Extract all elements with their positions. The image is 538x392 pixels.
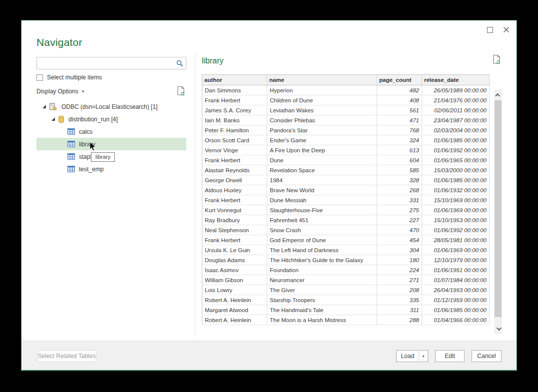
table-cell: Slaughterhouse-Five: [267, 205, 377, 215]
table-row: Frank HerbertChildren of Dune40821/04/19…: [202, 95, 490, 105]
table-cell: The Moon is a Harsh Mistress: [267, 315, 377, 325]
table-cell: Starship Troopers: [267, 295, 377, 305]
table-row: Robert A. HeinleinThe Moon is a Harsh Mi…: [202, 315, 490, 325]
table-cell: Dune: [267, 155, 377, 165]
table-cell: 335: [377, 295, 422, 305]
table-cell: Vernor Vinge: [202, 145, 267, 155]
table-cell: 768: [377, 125, 422, 135]
table-row: Dan SimmonsHyperion48226/05/1989 00:00:0…: [202, 85, 490, 95]
preview-scrollbar[interactable]: [494, 89, 502, 334]
load-split-button: Load ▾: [396, 350, 428, 362]
table-cell: Lois Lowry: [202, 285, 267, 295]
table-cell: Frank Herbert: [202, 235, 267, 245]
table-row: Frank HerbertDune60401/06/1965 00:00:00: [202, 155, 490, 165]
table-cell: 1984: [267, 175, 377, 185]
table-cell: Neuromancer: [267, 275, 377, 285]
table-cell: 15/10/1953 00:00:00: [422, 215, 490, 225]
scroll-up-icon[interactable]: [494, 90, 502, 99]
tree-item-database[interactable]: distribution_run [4]: [36, 113, 186, 125]
mouse-cursor: [89, 141, 97, 152]
table-row: Margaret AtwoodThe Handmaid's Tale31101/…: [202, 305, 490, 315]
table-cell: Frank Herbert: [202, 195, 267, 205]
refresh-preview-icon[interactable]: [492, 54, 502, 65]
table-cell: Douglas Adams: [202, 255, 267, 265]
table-cell: 26/05/1989 00:00:00: [422, 85, 490, 95]
table-cell: 12/10/1979 00:00:00: [422, 255, 490, 265]
select-multiple-checkbox[interactable]: [36, 74, 43, 81]
odbc-source-icon: [49, 103, 57, 111]
table-cell: 275: [377, 205, 422, 215]
table-cell: The Giver: [267, 285, 377, 295]
tree-item-table-calcs[interactable]: calcs: [36, 125, 186, 138]
expand-arrow-icon[interactable]: [51, 117, 55, 121]
table-cell: Ursula K. Le Guin: [202, 245, 267, 255]
table-cell: Foundation: [267, 265, 377, 275]
table-cell: 331: [377, 195, 422, 205]
table-cell: 324: [377, 135, 422, 145]
navigator-dialog: Navigator Select multiple items Display …: [21, 20, 517, 371]
table-cell: Frank Herbert: [202, 155, 267, 165]
table-cell: Pandora's Star: [267, 125, 377, 135]
table-cell: 01/12/1959 00:00:00: [422, 295, 490, 305]
table-cell: Consider Phlebas: [267, 115, 377, 125]
preview-title: library: [202, 56, 224, 65]
maximize-icon[interactable]: [487, 27, 493, 33]
table-cell: Orson Scott Card: [202, 135, 267, 145]
table-cell: Dune Messiah: [267, 195, 377, 205]
table-cell: 28/05/1981 00:00:00: [422, 235, 490, 245]
tree-item-odbc-source[interactable]: ODBC (dsn=Local Elasticsearch) [1]: [36, 100, 186, 113]
chevron-down-icon[interactable]: ▾: [82, 89, 84, 94]
table-cell: 01/06/1992 00:00:00: [422, 145, 490, 155]
table-cell: 408: [377, 95, 422, 105]
close-icon[interactable]: [503, 26, 510, 33]
table-cell: George Orwell: [202, 175, 267, 185]
select-related-tables-button[interactable]: Select Related Tables: [37, 350, 96, 362]
expand-arrow-icon[interactable]: [42, 105, 46, 108]
preview-table-wrap: author name page_count release_date Dan …: [202, 74, 490, 325]
table-cell: 288: [377, 315, 422, 325]
table-cell: 470: [377, 225, 422, 235]
table-row: Orson Scott CardEnder's Game32401/06/198…: [202, 135, 490, 145]
table-cell: 21/04/1976 00:00:00: [422, 95, 490, 105]
search-box: [36, 57, 186, 69]
load-dropdown-button[interactable]: ▾: [419, 350, 428, 362]
search-icon[interactable]: [176, 60, 183, 67]
footer-bar: Select Related Tables Load ▾ Edit Cancel: [21, 341, 517, 370]
refresh-preview-icon[interactable]: [176, 86, 186, 97]
cancel-button[interactable]: Cancel: [472, 350, 502, 362]
source-tree: ODBC (dsn=Local Elasticsearch) [1] distr…: [36, 100, 186, 175]
table-cell: Aldous Huxley: [202, 185, 267, 195]
table-cell: Isaac Asimov: [202, 265, 267, 275]
edit-button[interactable]: Edit: [435, 350, 465, 362]
tree-item-table-library[interactable]: library: [36, 138, 186, 150]
scroll-down-icon[interactable]: [494, 324, 502, 333]
table-cell: 01/06/1992 00:00:00: [422, 225, 490, 235]
table-cell: 01/06/1965 00:00:00: [422, 155, 490, 165]
display-options-label[interactable]: Display Options: [36, 88, 78, 95]
scrollbar-thumb[interactable]: [495, 100, 502, 317]
table-cell: Snow Crash: [267, 225, 377, 235]
table-cell: 604: [377, 155, 422, 165]
table-cell: The Hitchhiker's Guide to the Galaxy: [267, 255, 377, 265]
panel-divider: [195, 53, 195, 337]
tree-item-table-test-emp[interactable]: test_emp: [36, 163, 186, 175]
table-row: James S.A. CoreyLeviathan Wakes56102/06/…: [202, 105, 490, 115]
column-header: name: [267, 75, 377, 85]
load-button[interactable]: Load: [396, 350, 419, 362]
table-header-row: author name page_count release_date: [202, 75, 490, 85]
table-cell: Children of Dune: [267, 95, 377, 105]
table-cell: Ray Bradbury: [202, 215, 267, 225]
tree-item-label: test_emp: [79, 166, 103, 173]
table-cell: 208: [377, 285, 422, 295]
search-input[interactable]: [39, 57, 175, 69]
table-row: Frank HerbertDune Messiah33115/10/1969 0…: [202, 195, 490, 205]
table-cell: The Left Hand of Darkness: [267, 245, 377, 255]
table-cell: Hyperion: [267, 85, 377, 95]
table-row: Ursula K. Le GuinThe Left Hand of Darkne…: [202, 245, 490, 255]
table-cell: 585: [377, 165, 422, 175]
table-row: Lois LowryThe Giver20826/04/1993 00:00:0…: [202, 285, 490, 295]
table-cell: 268: [377, 185, 422, 195]
table-cell: 328: [377, 175, 422, 185]
table-cell: 01/06/1932 00:00:00: [422, 185, 490, 195]
table-cell: A Fire Upon the Deep: [267, 145, 377, 155]
